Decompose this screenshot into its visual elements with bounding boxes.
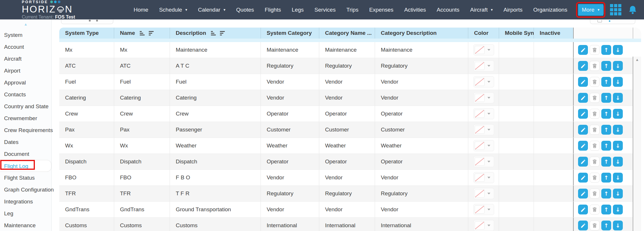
sidebar-item-airport[interactable]: Airport [0,65,51,77]
chevron-down-icon[interactable] [487,193,490,194]
color-picker[interactable] [473,60,494,71]
move-up-button[interactable]: ↑ [601,205,611,214]
color-picker[interactable] [473,188,494,199]
column-header-system-category[interactable]: System Category [261,28,319,39]
no-color-swatch[interactable] [475,110,485,118]
column-header-color[interactable]: Color [468,28,499,39]
move-down-button[interactable]: ↓ [613,77,623,87]
chevron-down-icon[interactable] [487,209,490,210]
color-picker[interactable] [473,124,494,135]
no-color-swatch[interactable] [475,221,485,230]
move-down-button[interactable]: ↓ [613,221,623,230]
nav-item-trips[interactable]: Trips [346,7,358,13]
color-picker[interactable] [473,140,494,151]
edit-button[interactable] [578,189,588,198]
color-picker[interactable] [473,204,494,215]
column-header-category-description[interactable]: Category Description [375,28,468,39]
delete-button[interactable] [590,77,600,87]
move-down-button[interactable]: ↓ [613,93,623,103]
sidebar-item-crew-requirements[interactable]: Crew Requirements [0,124,51,136]
vertical-scrollbar[interactable]: ▲ [633,57,641,231]
no-color-swatch[interactable] [475,78,485,86]
color-picker[interactable] [473,76,494,87]
delete-button[interactable] [590,61,600,71]
sidebar-item-approval[interactable]: Approval [0,77,51,89]
sidebar-item-flight-log[interactable]: Flight Log [0,160,51,172]
sort-descending-icon[interactable] [149,31,154,35]
sort-ascending-icon[interactable] [140,31,145,35]
sidebar-item-aircraft[interactable]: Aircraft [0,53,51,65]
sidebar-item-flight-status[interactable]: Flight Status [0,172,51,184]
move-down-button[interactable]: ↓ [613,109,623,119]
sidebar-item-contacts[interactable]: Contacts [0,89,51,100]
move-down-button[interactable]: ↓ [613,189,623,198]
move-down-button[interactable]: ↓ [613,125,623,135]
nav-item-flights[interactable]: Flights [265,7,281,13]
nav-item-organizations[interactable]: Organizations [533,7,567,13]
no-color-swatch[interactable] [475,205,485,214]
edit-button[interactable] [578,45,588,55]
column-header-system-type[interactable]: System Type [59,28,114,39]
notifications-bell-icon[interactable] [627,5,638,15]
move-up-button[interactable]: ↑ [601,125,611,135]
move-down-button[interactable]: ↓ [613,61,623,71]
edit-button[interactable] [578,157,588,167]
no-color-swatch[interactable] [475,46,485,54]
delete-button[interactable] [590,45,600,55]
color-picker[interactable] [473,92,494,103]
nav-item-home[interactable]: Home [134,7,148,13]
sidebar-item-leg[interactable]: Leg [0,207,51,219]
chevron-down-icon[interactable] [487,49,490,51]
sidebar-item-country-and-state[interactable]: Country and State [0,100,51,112]
no-color-swatch[interactable] [475,62,485,70]
move-up-button[interactable]: ↑ [601,157,611,167]
nav-item-legs[interactable]: Legs [292,7,304,13]
color-picker[interactable] [473,44,494,55]
chevron-down-icon[interactable] [487,97,490,99]
no-color-swatch[interactable] [475,190,485,198]
nav-item-activities[interactable]: Activities [404,7,426,13]
column-header-mobile-sync[interactable]: Mobile Sync [499,28,534,39]
edit-button[interactable] [578,77,588,87]
edit-button[interactable] [578,125,588,135]
move-up-button[interactable]: ↑ [601,93,611,103]
move-up-button[interactable]: ↑ [601,77,611,87]
chevron-down-icon[interactable] [487,177,490,178]
edit-button[interactable] [578,205,588,214]
move-up-button[interactable]: ↑ [601,173,611,183]
nav-item-airports[interactable]: Airports [503,7,522,13]
sidebar-item-integrations[interactable]: Integrations [0,196,51,207]
move-down-button[interactable]: ↓ [613,45,623,55]
delete-button[interactable] [590,109,600,119]
delete-button[interactable] [590,157,600,167]
move-up-button[interactable]: ↑ [601,221,611,230]
sidebar-item-graph-configuration[interactable]: Graph Configuration [0,184,51,196]
move-down-button[interactable]: ↓ [613,173,623,183]
move-down-button[interactable]: ↓ [613,141,623,151]
nav-item-services[interactable]: Services [315,7,336,13]
edit-button[interactable] [578,109,588,119]
no-color-swatch[interactable] [475,174,485,182]
edit-button[interactable] [578,141,588,151]
delete-button[interactable] [590,205,600,214]
move-down-button[interactable]: ↓ [613,157,623,167]
apps-grid-icon[interactable] [610,4,621,15]
edit-button[interactable] [578,93,588,103]
delete-button[interactable] [590,189,600,198]
nav-item-more[interactable]: More▾ [578,4,603,16]
delete-button[interactable] [590,93,600,103]
nav-item-calendar[interactable]: Calendar▾ [198,7,225,13]
move-up-button[interactable]: ↑ [601,109,611,119]
move-up-button[interactable]: ↑ [601,141,611,151]
edit-button[interactable] [578,173,588,183]
chevron-down-icon[interactable] [487,81,490,83]
sidebar-item-maintenance[interactable]: Maintenance [0,219,51,231]
color-picker[interactable] [473,220,494,231]
sidebar-item-account[interactable]: Account [0,41,51,53]
nav-item-aircraft[interactable]: Aircraft▾ [470,7,493,13]
scroll-up-arrow-icon[interactable]: ▲ [635,57,639,62]
sidebar-item-system[interactable]: System [0,29,51,41]
nav-item-accounts[interactable]: Accounts [437,7,459,13]
delete-button[interactable] [590,141,600,151]
color-picker[interactable] [473,156,494,167]
